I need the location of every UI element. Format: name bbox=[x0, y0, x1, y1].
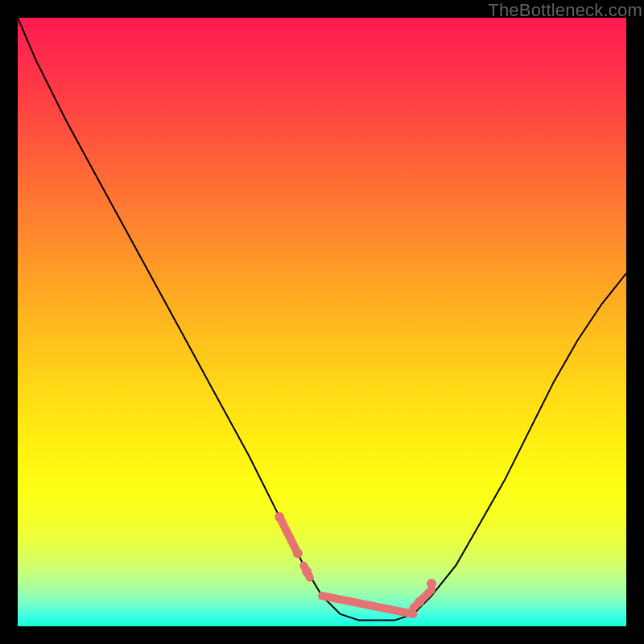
highlight-segment bbox=[322, 596, 413, 614]
highlight-point bbox=[302, 567, 312, 576]
highlight-point bbox=[293, 548, 303, 558]
highlight-point bbox=[275, 512, 284, 522]
highlight-group bbox=[275, 512, 436, 614]
chart-overlay-svg bbox=[18, 18, 626, 626]
chart-frame: TheBottleneck.com bbox=[0, 0, 644, 644]
highlight-point bbox=[415, 597, 424, 607]
highlight-segment bbox=[279, 517, 298, 553]
highlight-point bbox=[427, 579, 436, 588]
bottleneck-curve bbox=[18, 18, 626, 620]
watermark-text: TheBottleneck.com bbox=[488, 0, 642, 21]
